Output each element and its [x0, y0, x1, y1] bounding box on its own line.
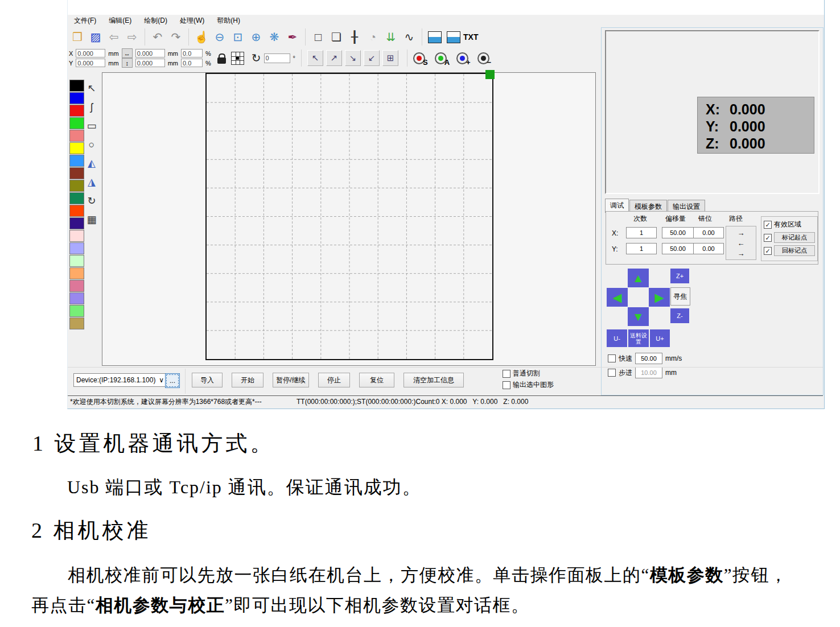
mark-start-checkbox[interactable]: ✓	[764, 234, 772, 242]
height-percent-input[interactable]	[181, 59, 203, 67]
menu-item-0[interactable]: 文件(F)	[68, 15, 102, 27]
path-mode-icon[interactable]: → ← →	[726, 226, 756, 260]
origin-top-left-button[interactable]: ↖	[307, 50, 323, 66]
color-swatch-4[interactable]	[69, 130, 84, 142]
width-input[interactable]	[135, 49, 165, 57]
node-edit-icon[interactable]: ❋	[266, 28, 283, 46]
back-mark-button[interactable]: 回标记点	[774, 245, 815, 256]
output-selected-checkbox[interactable]	[503, 381, 510, 389]
menu-item-2[interactable]: 绘制(D)	[138, 15, 174, 27]
y-position-input[interactable]	[76, 59, 105, 67]
cut-sequence-icon[interactable]: ⇊	[382, 28, 400, 46]
pause-resume-button[interactable]: 暂停/继续	[273, 373, 309, 387]
export-file-icon[interactable]: ⇨	[123, 28, 141, 46]
find-focus-button[interactable]: 寻焦	[670, 287, 690, 306]
angle-input[interactable]	[264, 53, 290, 63]
menu-item-4[interactable]: 帮助(H)	[211, 15, 246, 27]
color-swatch-10[interactable]	[69, 205, 84, 217]
color-swatch-3[interactable]	[69, 117, 84, 129]
device-dropdown[interactable]: Device:(IP:192.168.1.100) ∨	[73, 373, 167, 387]
y-count-input[interactable]	[626, 243, 657, 254]
color-swatch-12[interactable]	[69, 230, 84, 242]
origin-bottom-left-button[interactable]: ↙	[364, 50, 380, 66]
origin-bottom-right-button[interactable]: ↘	[345, 50, 361, 66]
color-swatch-1[interactable]	[69, 92, 84, 104]
color-swatch-6[interactable]	[69, 155, 84, 167]
fast-speed-input[interactable]	[635, 353, 662, 364]
rotate-tool[interactable]: ↻	[84, 193, 99, 208]
back-mark-checkbox[interactable]: ✓	[764, 247, 772, 255]
color-swatch-11[interactable]	[69, 217, 84, 229]
shape-order-icon[interactable]: ❏	[328, 28, 345, 46]
color-swatch-13[interactable]	[69, 242, 84, 254]
device-browse-button[interactable]: ...	[165, 373, 180, 388]
origin-center-button[interactable]: ⊞	[382, 50, 398, 66]
save-file-icon[interactable]: ▨	[87, 28, 104, 46]
width-arrow-icon[interactable]: ↔	[122, 48, 133, 58]
start-button[interactable]: 开始	[232, 373, 263, 387]
reset-button[interactable]: 复位	[359, 373, 394, 387]
jog-left-button[interactable]: ◀	[607, 288, 628, 307]
mirror-horizontal-tool[interactable]: ◭	[84, 156, 99, 171]
mark-add-target[interactable]: +	[456, 52, 471, 64]
pan-hand-icon[interactable]: ☝	[193, 28, 210, 46]
x-position-input[interactable]	[76, 49, 105, 57]
jog-up-button[interactable]: ▲	[628, 269, 649, 287]
normal-cut-checkbox[interactable]	[503, 370, 510, 378]
mark-start-target[interactable]: S	[413, 52, 428, 64]
color-swatch-18[interactable]	[69, 305, 84, 317]
color-swatch-19[interactable]	[69, 317, 84, 329]
color-swatch-2[interactable]	[69, 105, 84, 117]
y-offset-input[interactable]	[662, 243, 694, 254]
valid-area-checkbox[interactable]: ✓	[764, 221, 772, 229]
simulate-icon[interactable]: ◔	[364, 28, 381, 46]
array-tool[interactable]: ▦	[84, 212, 99, 227]
mark-anchor-target[interactable]: A	[435, 52, 450, 64]
mark-start-button[interactable]: 标记起点	[774, 232, 815, 243]
curve-path-icon[interactable]: ∿	[401, 28, 418, 46]
color-swatch-14[interactable]	[69, 255, 84, 267]
x-count-input[interactable]	[626, 227, 657, 238]
text-tool-button[interactable]: TXT	[444, 28, 480, 46]
color-swatch-7[interactable]	[69, 167, 84, 179]
redo-icon[interactable]: ↷	[167, 28, 184, 46]
stop-button[interactable]: 停止	[318, 373, 350, 387]
x-stagger-input[interactable]	[693, 227, 724, 238]
mirror-vertical-tool[interactable]: ◮	[84, 175, 99, 189]
select-tool[interactable]: ↖	[84, 81, 99, 96]
width-percent-input[interactable]	[181, 49, 203, 57]
image-icon[interactable]	[426, 28, 443, 46]
mark-remove-target[interactable]: −	[477, 52, 492, 64]
z-plus-button[interactable]: Z+	[670, 269, 689, 283]
import-button[interactable]: 导入	[192, 373, 223, 387]
u-plus-button[interactable]: U+	[650, 329, 670, 347]
curve-tool[interactable]: ʃ	[84, 100, 99, 114]
blank-shape-icon[interactable]: □	[310, 28, 327, 46]
rotate-icon[interactable]: ↻	[252, 51, 261, 65]
import-file-icon[interactable]: ⇦	[105, 28, 122, 46]
height-arrow-icon[interactable]: ↕	[122, 58, 133, 68]
z-minus-button[interactable]: Z-	[670, 308, 689, 323]
x-offset-input[interactable]	[662, 227, 694, 238]
color-swatch-17[interactable]	[69, 292, 84, 304]
rectangle-tool[interactable]: ▭	[84, 118, 99, 133]
clear-info-button[interactable]: 清空加工信息	[403, 373, 464, 387]
origin-top-right-button[interactable]: ↗	[326, 50, 342, 66]
undo-icon[interactable]: ↶	[149, 28, 166, 46]
align-distribute-icon[interactable]: ╂	[346, 28, 363, 46]
y-stagger-input[interactable]	[693, 243, 724, 254]
fast-speed-checkbox[interactable]	[608, 354, 616, 362]
ellipse-tool[interactable]: ○	[84, 137, 99, 152]
feed-settings-button[interactable]: 送料设置	[628, 329, 649, 347]
bezier-pen-icon[interactable]: ✒	[284, 28, 301, 46]
anchor-grid-icon[interactable]	[231, 52, 244, 65]
zoom-page-icon[interactable]: ⊡	[229, 28, 246, 46]
color-swatch-0[interactable]	[69, 80, 84, 92]
lock-ratio-icon[interactable]	[217, 57, 226, 64]
zoom-in-icon[interactable]: ⊕	[248, 28, 265, 46]
zoom-out-icon[interactable]: ⊖	[211, 28, 228, 46]
menu-item-3[interactable]: 处理(W)	[174, 15, 211, 27]
canvas-area[interactable]	[102, 72, 596, 366]
color-swatch-9[interactable]	[69, 192, 84, 204]
color-swatch-8[interactable]	[69, 180, 84, 192]
